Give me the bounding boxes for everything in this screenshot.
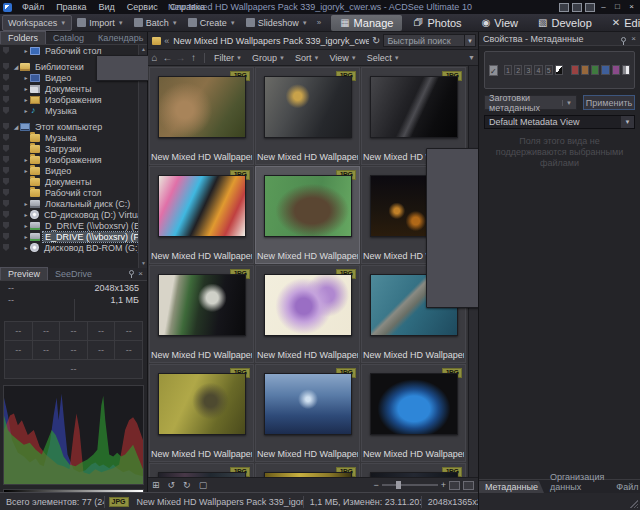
thumbnail-item[interactable]: JPGNew Mixed HD Wallpapers Pack... xyxy=(149,364,254,462)
tab-organize[interactable]: Организация данных xyxy=(544,471,610,493)
zoom-slider-thumb[interactable] xyxy=(396,481,401,489)
thumbnail-image[interactable] xyxy=(370,373,458,435)
resize-grip[interactable] xyxy=(630,500,638,508)
home-icon[interactable]: ⌂ xyxy=(148,52,161,63)
tab-folders[interactable]: Folders xyxy=(0,31,46,44)
pin-icon[interactable] xyxy=(621,37,626,42)
maximize-button[interactable]: □ xyxy=(612,2,623,12)
menu-edit[interactable]: Правка xyxy=(50,2,92,12)
tab-catalog[interactable]: Catalog xyxy=(46,32,91,44)
thumbnail-item[interactable]: JPGNew Mixed HD Wallpapers Pack... xyxy=(255,67,360,165)
expand-arrow-icon[interactable]: ▸ xyxy=(22,222,30,229)
expand-arrow-icon[interactable]: ▸ xyxy=(22,167,30,174)
chevron-down-icon[interactable]: ▼ xyxy=(621,116,634,128)
view-menu[interactable]: View▼ xyxy=(324,53,361,63)
layout-toggle-icon[interactable] xyxy=(572,3,582,12)
thumbnail-item[interactable]: JPGNew Mixed HD Wallpapers Pack... xyxy=(255,364,360,462)
tab-file[interactable]: Файл xyxy=(610,481,640,493)
rating-1-button[interactable]: 1 xyxy=(504,65,512,75)
rating-3-button[interactable]: 3 xyxy=(524,65,532,75)
blue-label-swatch[interactable] xyxy=(601,65,609,75)
thumbnail-image[interactable] xyxy=(158,373,246,435)
orange-label-swatch[interactable] xyxy=(581,65,589,75)
menu-file[interactable]: Файл xyxy=(16,2,50,12)
red-label-swatch[interactable] xyxy=(571,65,579,75)
close-panel-icon[interactable]: × xyxy=(631,34,636,43)
group-menu[interactable]: Group▼ xyxy=(247,53,290,63)
purple-label-swatch[interactable] xyxy=(612,65,620,75)
filter-menu[interactable]: Filter▼ xyxy=(209,53,247,63)
green-label-swatch[interactable] xyxy=(591,65,599,75)
tree-item-music-folder[interactable]: Музыка xyxy=(0,132,147,143)
export-icon[interactable]: ⊞ xyxy=(148,480,164,490)
thumbnail-image[interactable] xyxy=(264,175,352,237)
thumbnail-item[interactable]: JPGNew Mixed HD Wallpapers Pack... xyxy=(149,265,254,363)
layout-toggle-icon[interactable] xyxy=(585,3,595,12)
rotate-cw-icon[interactable]: ↻ xyxy=(179,480,195,490)
zoom-out-icon[interactable]: − xyxy=(373,480,378,490)
scroll-up-icon[interactable]: ▲ xyxy=(139,45,148,54)
thumbnail-item-selected[interactable]: JPGNew Mixed HD Wallpapers Pack... xyxy=(255,166,360,264)
expand-arrow-icon[interactable]: ▸ xyxy=(22,107,30,114)
expand-arrow-icon[interactable]: ▸ xyxy=(22,85,30,92)
menu-view[interactable]: Вид xyxy=(93,2,121,12)
close-panel-icon[interactable]: × xyxy=(138,269,143,278)
collapse-breadcrumb-icon[interactable]: « xyxy=(164,36,169,46)
thumbnail-item[interactable]: JPG xyxy=(361,463,466,477)
toolbar-overflow-button[interactable]: » xyxy=(313,18,325,27)
zoom-in-icon[interactable]: + xyxy=(441,480,446,490)
clear-label-swatch[interactable] xyxy=(555,65,563,75)
sync-refresh-icon[interactable]: ↻ xyxy=(369,35,383,46)
sort-menu[interactable]: Sort▼ xyxy=(290,53,324,63)
menu-tools[interactable]: Сервис xyxy=(121,2,164,12)
close-button[interactable]: × xyxy=(626,2,637,12)
tab-seedrive[interactable]: SeeDrive xyxy=(48,268,99,280)
workspaces-button[interactable]: Workspaces▼ xyxy=(2,15,72,31)
mode-manage[interactable]: ▦ Manage xyxy=(331,15,402,31)
import-button[interactable]: Import▼ xyxy=(72,15,128,31)
tree-item-drive-g[interactable]: ▸Дисковод BD-ROM (G:) xyxy=(0,242,147,253)
tree-item-drive-c[interactable]: ▸Локальный диск (C:) xyxy=(0,198,147,209)
rotate-ccw-icon[interactable]: ↺ xyxy=(164,480,180,490)
thumbnail-image[interactable] xyxy=(158,175,246,237)
details-view-icon[interactable] xyxy=(463,481,474,490)
tree-item-desktop-folder[interactable]: Рабочий стол xyxy=(0,187,147,198)
up-icon[interactable]: ↑ xyxy=(187,52,200,63)
create-button[interactable]: Create▼ xyxy=(183,15,241,31)
forward-icon[interactable]: → xyxy=(174,52,187,63)
tab-calendar[interactable]: Календарь xyxy=(91,32,150,44)
rating-5-button[interactable]: 5 xyxy=(545,65,553,75)
expand-arrow-icon[interactable]: ▸ xyxy=(22,47,30,54)
copy-icon[interactable]: ▢ xyxy=(195,480,212,490)
expand-arrow-icon[interactable]: ▸ xyxy=(22,200,30,207)
mode-develop[interactable]: ▧ Develop xyxy=(529,15,601,31)
tree-item-music[interactable]: ▸Музыка xyxy=(0,105,147,116)
expand-arrow-icon[interactable]: ▸ xyxy=(22,211,30,218)
thumbnail-image[interactable] xyxy=(158,76,246,138)
metadata-presets-button[interactable]: Заготовки метаданных▼ xyxy=(484,95,577,110)
thumbnail-item[interactable]: JPGNew Mixed HD Wallpapers Pack... xyxy=(149,166,254,264)
tree-item-pictures[interactable]: ▸Изображения xyxy=(0,94,147,105)
thumbnail-image[interactable] xyxy=(370,76,458,138)
expand-arrow-icon[interactable]: ▸ xyxy=(22,96,30,103)
collapse-arrow-icon[interactable]: ◢ xyxy=(12,123,20,130)
thumbnail-item[interactable]: JPGNew Mixed HD Wallpapers Pack... xyxy=(255,265,360,363)
toolbar-overflow-icon[interactable]: ▼ xyxy=(468,54,478,61)
thumbnail-item[interactable]: JPGNew Mixed HD Wallpapers Pack... xyxy=(361,364,466,462)
collapse-arrow-icon[interactable]: ◢ xyxy=(12,63,20,70)
tree-item-video-folder[interactable]: ▸Видео xyxy=(0,165,147,176)
thumbnail-image[interactable] xyxy=(264,274,352,336)
tree-item-pictures-folder[interactable]: ▸Изображения xyxy=(0,154,147,165)
search-dropdown-icon[interactable]: ▼ xyxy=(465,34,476,47)
zoom-slider[interactable] xyxy=(382,484,438,486)
mode-photos[interactable]: 🗇 Photos xyxy=(404,15,470,31)
minimize-button[interactable]: – xyxy=(598,2,609,12)
breadcrumb[interactable]: New Mixed HD Wallpapers Pack 339_igoryk_… xyxy=(173,36,369,46)
expand-arrow-icon[interactable]: ▸ xyxy=(22,156,30,163)
scroll-down-icon[interactable]: ▼ xyxy=(139,259,148,268)
grid-scrollbar[interactable] xyxy=(468,66,478,477)
apply-button[interactable]: Применить xyxy=(583,95,635,110)
rating-2-button[interactable]: 2 xyxy=(514,65,522,75)
expand-arrow-icon[interactable]: ▸ xyxy=(22,74,30,81)
fit-view-icon[interactable] xyxy=(449,481,460,490)
